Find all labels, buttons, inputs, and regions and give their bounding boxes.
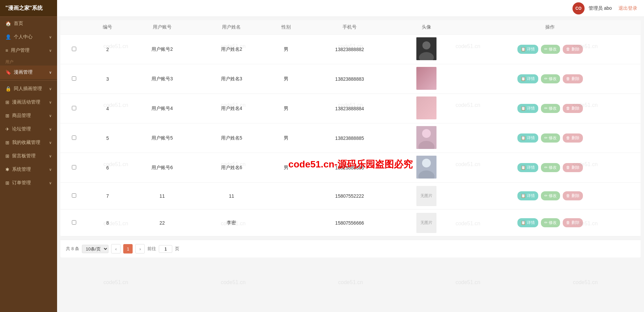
- cell-gender: [266, 209, 306, 236]
- row-checkbox[interactable]: [72, 135, 76, 140]
- page-input[interactable]: [159, 245, 172, 253]
- chevron-down-icon: ∨: [49, 100, 52, 105]
- row-checkbox[interactable]: [72, 106, 76, 110]
- logout-button[interactable]: 退出登录: [618, 5, 637, 11]
- row-checkbox[interactable]: [72, 220, 76, 225]
- table-row: 4 用户账号4 用户姓名4 男 13823888884 📋 详情 ✏ 修改: [60, 94, 641, 123]
- sidebar-divider: [0, 80, 57, 81]
- sidebar-item-fanart-mgmt[interactable]: 🔒 同人插画管理 ∨: [0, 82, 57, 95]
- cell-gender: 男: [266, 64, 306, 94]
- detail-button[interactable]: 📋 详情: [517, 74, 538, 83]
- edit-button[interactable]: ✏ 修改: [541, 104, 560, 113]
- row-checkbox[interactable]: [72, 193, 76, 198]
- cell-name: 李密: [197, 209, 266, 236]
- sidebar-item-guestbook-mgmt[interactable]: ⊞ 留言板管理 ∨: [0, 149, 57, 163]
- sidebar-item-home[interactable]: 🏠 首页: [0, 17, 57, 30]
- edit-button[interactable]: ✏ 修改: [541, 191, 560, 200]
- sidebar-item-order-mgmt[interactable]: ⊞ 订单管理 ∨: [0, 176, 57, 190]
- sidebar-item-activity-mgmt[interactable]: ⊞ 漫画活动管理 ∨: [0, 95, 57, 109]
- avatar-placeholder: 无图片: [416, 186, 436, 206]
- row-checkbox[interactable]: [72, 76, 76, 81]
- detail-button[interactable]: 📋 详情: [517, 133, 538, 143]
- delete-button[interactable]: 🗑 删除: [563, 104, 583, 113]
- cell-id: 2: [88, 35, 127, 64]
- table-row: 2 用户账号2 用户姓名2 男 13823888882 📋 详情 ✏ 修改: [60, 35, 641, 64]
- edit-button[interactable]: ✏ 修改: [541, 218, 560, 227]
- cell-account: 用户账号5: [128, 123, 197, 153]
- cell-name: 用户姓名6: [197, 153, 266, 183]
- edit-button[interactable]: ✏ 修改: [541, 133, 560, 143]
- cell-gender: 男: [266, 123, 306, 153]
- edit-button[interactable]: ✏ 修改: [541, 163, 560, 172]
- table-header-row: 编号 用户账号 用户姓名 性别 手机号 头像 操作: [60, 20, 641, 35]
- cell-avatar: [393, 64, 459, 94]
- chevron-down-icon: ∨: [49, 167, 52, 172]
- col-id: 编号: [88, 20, 127, 35]
- cell-id: 7: [88, 183, 127, 209]
- sidebar-item-goods-mgmt[interactable]: ⊞ 商品管理 ∨: [0, 109, 57, 122]
- detail-button[interactable]: 📋 详情: [517, 104, 538, 113]
- detail-button[interactable]: 📋 详情: [517, 45, 538, 54]
- table-row: 8 22 李密 15807556666 无图片 📋 详情 ✏ 修改 🗑 删除: [60, 209, 641, 236]
- table-row: 5 用户账号5 用户姓名5 男 13823888885 📋 详情 ✏ 修改: [60, 123, 641, 153]
- grid3-icon: ⊞: [5, 140, 9, 145]
- cell-account: 11: [128, 183, 197, 209]
- detail-button[interactable]: 📋 详情: [517, 191, 538, 200]
- cell-name: 用户姓名5: [197, 123, 266, 153]
- cell-avatar: [393, 153, 459, 183]
- sidebar-item-personal[interactable]: 👤 个人中心 ∨: [0, 30, 57, 44]
- cell-phone: 15807556666: [306, 209, 393, 236]
- cell-gender: 男: [266, 94, 306, 123]
- delete-button[interactable]: 🗑 删除: [563, 133, 583, 143]
- sidebar-item-forum-mgmt[interactable]: ✈ 论坛管理 ∨: [0, 122, 57, 136]
- row-checkbox[interactable]: [72, 165, 76, 169]
- cell-actions: 📋 详情 ✏ 修改 🗑 删除: [460, 64, 641, 94]
- detail-button[interactable]: 📋 详情: [517, 218, 538, 227]
- delete-button[interactable]: 🗑 删除: [563, 45, 583, 54]
- delete-button[interactable]: 🗑 删除: [563, 74, 583, 83]
- delete-button[interactable]: 🗑 删除: [563, 191, 583, 200]
- cell-account: 用户账号4: [128, 94, 197, 123]
- cell-gender: 男: [266, 35, 306, 64]
- page-1-button[interactable]: 1: [123, 244, 133, 254]
- cell-account: 22: [128, 209, 197, 236]
- chevron-down-icon: ∨: [49, 154, 52, 158]
- delete-button[interactable]: 🗑 删除: [563, 218, 583, 227]
- row-checkbox[interactable]: [72, 47, 76, 51]
- home-icon: 🏠: [5, 21, 11, 26]
- cell-phone: 13823888883: [306, 64, 393, 94]
- chevron-down-icon: ∨: [49, 70, 52, 75]
- cell-actions: 📋 详情 ✏ 修改 🗑 删除: [460, 209, 641, 236]
- cell-avatar: [393, 94, 459, 123]
- edit-button[interactable]: ✏ 修改: [541, 74, 560, 83]
- goto-label: 前往: [147, 246, 156, 252]
- cell-name: 用户姓名2: [197, 35, 266, 64]
- sidebar-item-collection-mgmt[interactable]: ⊞ 我的收藏管理 ∨: [0, 136, 57, 149]
- cell-phone: 13823888882: [306, 35, 393, 64]
- main-area: CO 管理员 abo 退出登录 code51.cn code51.cn code…: [57, 0, 644, 312]
- cell-avatar: 无图片: [393, 209, 459, 236]
- cell-actions: 📋 详情 ✏ 修改 🗑 删除: [460, 123, 641, 153]
- grid2-icon: ⊞: [5, 113, 9, 118]
- edit-button[interactable]: ✏ 修改: [541, 45, 560, 54]
- sidebar-item-system-mgmt[interactable]: ✱ 系统管理 ∨: [0, 163, 57, 176]
- cell-id: 4: [88, 94, 127, 123]
- total-count: 共 8 条: [66, 246, 79, 252]
- col-checkbox: [60, 20, 88, 35]
- cell-phone: 13823888885: [306, 123, 393, 153]
- user-table-container: 编号 用户账号 用户姓名 性别 手机号 头像 操作 2 用户账号2: [60, 20, 641, 236]
- user-table: 编号 用户账号 用户姓名 性别 手机号 头像 操作 2 用户账号2: [60, 20, 641, 236]
- cell-avatar: [393, 123, 459, 153]
- sidebar-item-comic-mgmt[interactable]: 🔖 漫画管理 ∨: [0, 66, 57, 79]
- cell-name: 用户姓名4: [197, 94, 266, 123]
- sidebar-item-user-mgmt[interactable]: ≡ 用户管理 ∨: [0, 44, 57, 57]
- detail-button[interactable]: 📋 详情: [517, 163, 538, 172]
- delete-button[interactable]: 🗑 删除: [563, 163, 583, 172]
- col-account: 用户账号: [128, 20, 197, 35]
- chevron-down-icon: ∨: [49, 141, 52, 145]
- send-icon: ✈: [5, 126, 9, 132]
- grid5-icon: ⊞: [5, 180, 9, 186]
- next-page-button[interactable]: ›: [135, 244, 145, 254]
- prev-page-button[interactable]: ‹: [111, 244, 121, 254]
- page-size-select[interactable]: 10条/页 20条/页 50条/页: [82, 245, 108, 253]
